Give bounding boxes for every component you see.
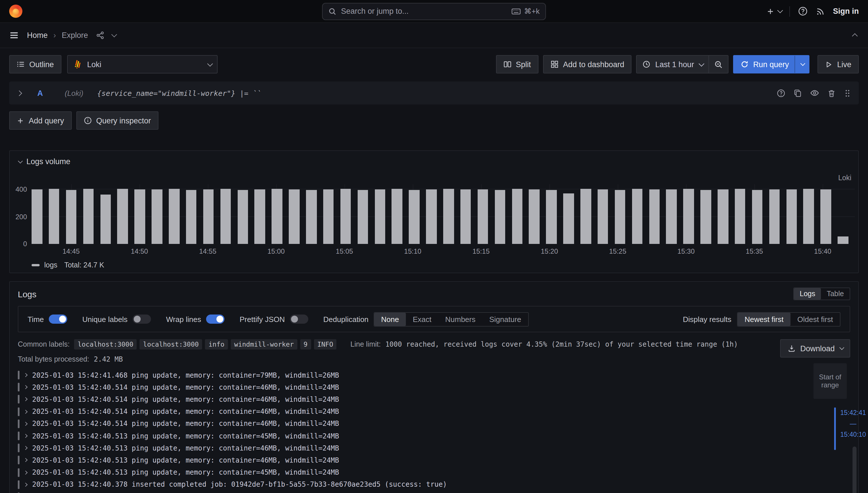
toggle-prettify-json[interactable]: [290, 315, 308, 324]
log-level-bar: [18, 456, 20, 465]
breadcrumb-explore[interactable]: Explore: [62, 31, 88, 40]
run-query-options-button[interactable]: [795, 56, 809, 73]
log-row[interactable]: 2025-01-03 15:42:40.378 inserted complet…: [10, 478, 858, 490]
logs-volume-header[interactable]: Logs volume: [18, 157, 70, 166]
plus-icon: [17, 117, 24, 124]
start-of-range-button[interactable]: Start of range: [813, 363, 847, 399]
scrollbar-thumb[interactable]: [852, 447, 856, 493]
loki-logo-icon: [73, 60, 83, 69]
expand-log-icon[interactable]: [23, 385, 27, 389]
option-signature[interactable]: Signature: [483, 313, 528, 326]
run-query-button[interactable]: Run query: [733, 55, 810, 73]
log-row[interactable]: 2025-01-03 15:42:40.514 ping update, mem…: [10, 406, 858, 417]
query-expression[interactable]: {service_name="windmill-worker"} |= ``: [97, 89, 261, 97]
news-rss-icon[interactable]: [816, 6, 825, 16]
divider: [789, 6, 790, 16]
expand-query-icon[interactable]: [16, 90, 22, 96]
sign-in-button[interactable]: Sign in: [833, 7, 859, 16]
legend-series-name[interactable]: logs: [44, 261, 58, 269]
log-row[interactable]: 2025-01-03 15:42:40.513 ping update, mem…: [10, 454, 858, 466]
dashboard-grid-icon: [551, 60, 558, 68]
add-query-button[interactable]: Add query: [9, 111, 71, 130]
hide-response-eye-icon[interactable]: [810, 88, 819, 98]
new-menu-button[interactable]: [766, 7, 781, 15]
menu-icon[interactable]: [9, 30, 19, 40]
expand-log-icon[interactable]: [23, 446, 27, 450]
toggle-wrap-lines[interactable]: [206, 315, 225, 324]
log-row[interactable]: 2025-01-03 15:42:40.514 ping update, mem…: [10, 418, 858, 430]
log-row[interactable]: 2025-01-03 15:42:40.513 ping update, mem…: [10, 442, 858, 454]
outline-button[interactable]: Outline: [9, 55, 61, 73]
remove-query-trash-icon[interactable]: [827, 89, 836, 97]
log-row[interactable]: 2025-01-03 15:42:41.468 ping update, mem…: [10, 369, 858, 381]
deduplication-toggle[interactable]: NoneExactNumbersSignature: [374, 312, 529, 326]
outline-icon: [17, 60, 25, 68]
log-message: ping update, memory: container=46MB, win…: [127, 383, 339, 391]
drag-handle-icon[interactable]: [844, 89, 851, 97]
log-message: ping update, memory: container=46MB, win…: [127, 444, 339, 452]
total-bytes-value: 2.42 MB: [94, 355, 123, 363]
logs-table-toggle[interactable]: LogsTable: [793, 287, 850, 300]
legend-total: Total: 24.7 K: [64, 261, 104, 269]
breadcrumb-home[interactable]: Home: [27, 31, 48, 40]
expand-log-icon[interactable]: [23, 470, 27, 474]
option-oldest-first[interactable]: Oldest first: [790, 313, 840, 326]
option-none[interactable]: None: [374, 313, 406, 326]
toggle-time[interactable]: [49, 315, 67, 324]
collapse-up-icon[interactable]: [852, 33, 858, 39]
log-row[interactable]: 2025-01-03 15:42:40.514 ping update, mem…: [10, 393, 858, 406]
datasource-picker[interactable]: Loki: [67, 55, 217, 73]
series-label: Loki: [838, 174, 851, 182]
grafana-logo-icon[interactable]: [9, 5, 22, 18]
split-button[interactable]: Split: [496, 55, 538, 73]
logs-panel-title: Logs: [18, 289, 37, 299]
query-inspector-button[interactable]: Query inspector: [76, 111, 158, 130]
help-icon[interactable]: [798, 6, 808, 16]
log-timestamp: 2025-01-03 15:42:40.514: [32, 420, 127, 428]
expand-log-icon[interactable]: [23, 398, 27, 402]
expand-log-icon[interactable]: [23, 409, 27, 413]
time-range-label: Last 1 hour: [655, 60, 694, 69]
add-to-dashboard-button[interactable]: Add to dashboard: [543, 55, 632, 73]
order-toggle[interactable]: Newest firstOldest first: [737, 312, 841, 326]
option-newest-first[interactable]: Newest first: [738, 313, 790, 326]
chevron-down-icon: [699, 61, 704, 66]
range-times[interactable]: 15:42:41 — 15:40:10: [840, 409, 866, 438]
toggle-label-time: Time: [27, 315, 44, 323]
toggle-unique-labels[interactable]: [133, 315, 151, 324]
share-icon[interactable]: [96, 31, 105, 40]
log-row[interactable]: 2025-01-03 15:42:40.513 ping update, mem…: [10, 466, 858, 478]
option-exact[interactable]: Exact: [406, 313, 438, 326]
range-indicator-bar[interactable]: [834, 407, 836, 450]
option-numbers[interactable]: Numbers: [438, 313, 483, 326]
log-level-bar: [18, 420, 20, 428]
chevron-down-icon[interactable]: [112, 31, 118, 37]
query-ref-id[interactable]: A: [37, 89, 43, 97]
explore-page: Search or jump to... ⌘+k Sig: [0, 0, 868, 493]
zoom-out-button[interactable]: [709, 56, 728, 73]
log-row[interactable]: 2025-01-03 15:42:40.371 update flow stat…: [10, 491, 858, 493]
download-button[interactable]: Download: [780, 339, 850, 358]
option-table[interactable]: Table: [821, 288, 850, 300]
chart-legend[interactable]: logs Total: 24.7 K: [31, 261, 104, 269]
option-logs[interactable]: Logs: [794, 288, 821, 300]
expand-log-icon[interactable]: [23, 373, 27, 377]
display-results-label: Display results: [683, 315, 732, 323]
log-message: ping update, memory: container=46MB, win…: [127, 420, 339, 428]
expand-log-icon[interactable]: [23, 422, 27, 426]
search-placeholder: Search or jump to...: [341, 7, 507, 16]
log-row[interactable]: 2025-01-03 15:42:40.514 ping update, mem…: [10, 381, 858, 393]
logs-volume-chart[interactable]: [31, 184, 855, 244]
query-help-icon[interactable]: [777, 89, 785, 97]
expand-log-icon[interactable]: [23, 434, 27, 438]
log-row[interactable]: 2025-01-03 15:42:40.513 ping update, mem…: [10, 430, 858, 442]
log-timestamp: 2025-01-03 15:42:40.513: [32, 456, 127, 464]
copy-query-icon[interactable]: [793, 89, 802, 97]
logs-meta: Common labels: localhost:3000localhost:3…: [18, 339, 850, 363]
time-picker[interactable]: Last 1 hour: [636, 55, 728, 73]
search-icon: [329, 7, 336, 15]
expand-log-icon[interactable]: [23, 458, 27, 462]
search-input[interactable]: Search or jump to... ⌘+k: [322, 3, 546, 20]
expand-log-icon[interactable]: [23, 483, 27, 487]
live-button[interactable]: Live: [818, 55, 859, 73]
